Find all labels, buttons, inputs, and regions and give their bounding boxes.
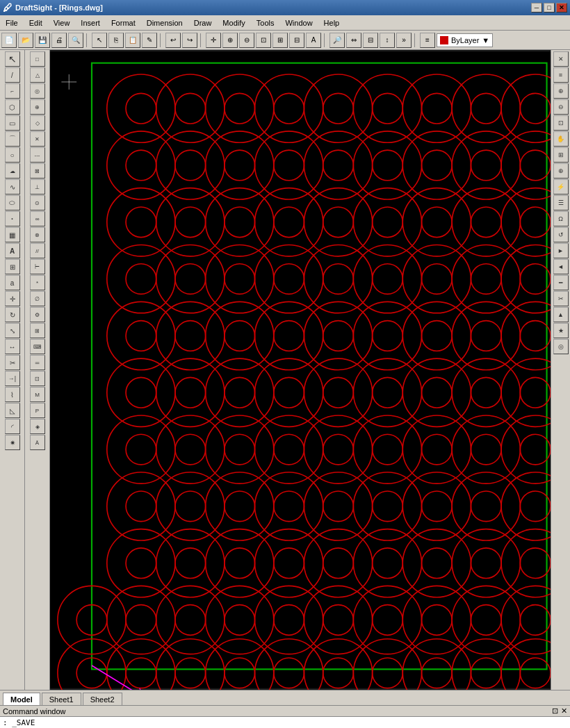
otrack[interactable]: ⊞ xyxy=(30,323,45,338)
more-tools[interactable]: » xyxy=(396,33,412,48)
rt-paint[interactable]: ▲ xyxy=(553,307,569,322)
hatch-tool[interactable]: ▦ xyxy=(5,227,20,242)
annotation-scale[interactable]: Ā xyxy=(30,435,45,450)
snap-app-int[interactable]: ⊗ xyxy=(30,227,45,242)
snap-node[interactable]: ⊕ xyxy=(30,99,45,115)
snap-ext[interactable]: --- xyxy=(30,147,45,163)
snap-settings-btn[interactable]: ⚙ xyxy=(30,307,45,322)
tab-sheet2[interactable]: Sheet2 xyxy=(83,693,122,705)
menu-item-format[interactable]: Format xyxy=(106,17,141,28)
line-tool[interactable]: / xyxy=(5,67,20,83)
zoom-scale[interactable]: ⇔ xyxy=(346,33,361,48)
cmdwin-float[interactable]: ⊡ xyxy=(552,706,558,715)
ellipse-tool[interactable]: ⬭ xyxy=(5,195,20,210)
zoom-prev-button[interactable]: ⊟ xyxy=(289,33,304,48)
snap-endpoint[interactable]: □ xyxy=(30,51,45,67)
rt-layer[interactable]: ⚡ xyxy=(553,179,569,195)
stretch-tool[interactable]: ↔ xyxy=(5,339,20,354)
cmdwin-close[interactable]: ✕ xyxy=(561,706,567,715)
drawing-canvas[interactable] xyxy=(50,50,551,690)
dyn-input[interactable]: ⌨ xyxy=(30,339,45,354)
snap-insert[interactable]: ⊠ xyxy=(30,163,45,179)
menu-item-tools[interactable]: Tools xyxy=(251,17,280,28)
zoom-out-button[interactable]: ⊖ xyxy=(239,33,254,48)
copy-button[interactable]: ⎘ xyxy=(108,33,124,48)
rt-grid[interactable]: ⊞ xyxy=(553,147,569,163)
rt-arrow-left[interactable]: ◄ xyxy=(553,259,569,274)
matchprop-button[interactable]: ✎ xyxy=(142,33,157,48)
erase-btn[interactable]: ✕ xyxy=(553,51,569,67)
attribute-tool[interactable]: a xyxy=(5,275,20,290)
menu-item-file[interactable]: File xyxy=(0,17,24,28)
rt-calc[interactable]: Ω xyxy=(553,211,569,226)
menu-item-dimension[interactable]: Dimension xyxy=(141,17,188,28)
layer-dropdown[interactable]: ByLayer ▼ xyxy=(437,33,493,47)
circle-tool[interactable]: ○ xyxy=(5,147,20,163)
properties-btn[interactable]: ≡ xyxy=(553,67,569,83)
rt-zoom-out[interactable]: ⊖ xyxy=(553,99,569,115)
rt-ruler[interactable]: ━ xyxy=(553,275,569,290)
zoom-realtime[interactable]: 🔎 xyxy=(329,33,345,48)
rt-star[interactable]: ★ xyxy=(553,323,569,338)
pan-button[interactable]: ✛ xyxy=(206,33,221,48)
rt-pan[interactable]: ✋ xyxy=(553,131,569,147)
rt-snap[interactable]: ⊕ xyxy=(553,163,569,179)
rt-scissors[interactable]: ✂ xyxy=(553,291,569,306)
chamfer-tool[interactable]: ◺ xyxy=(5,403,20,418)
snap-tan[interactable]: ⊙ xyxy=(30,195,45,210)
break-tool[interactable]: ⌇ xyxy=(5,387,20,402)
maximize-button[interactable]: □ xyxy=(544,3,555,13)
rt-zoom-fit[interactable]: ⊡ xyxy=(553,115,569,131)
zoom-fit-button[interactable]: ⊡ xyxy=(256,33,271,48)
command-input-area[interactable]: : _SAVE : xyxy=(0,717,570,728)
snap-midpoint[interactable]: △ xyxy=(30,67,45,83)
close-button[interactable]: ✕ xyxy=(556,3,567,13)
snap-none[interactable]: ∅ xyxy=(30,291,45,306)
minimize-button[interactable]: ─ xyxy=(531,3,542,13)
undo-button[interactable]: ↩ xyxy=(165,33,181,48)
zoom-pg[interactable]: ↕ xyxy=(380,33,395,48)
rt-zoom-in[interactable]: ⊕ xyxy=(553,83,569,99)
menu-item-help[interactable]: Help xyxy=(318,17,345,28)
paper-space[interactable]: P xyxy=(30,403,45,418)
polygon-tool[interactable]: ⬡ xyxy=(5,99,20,115)
rt-circle[interactable]: ◎ xyxy=(553,339,569,354)
insert-block-tool[interactable]: ⊞ xyxy=(5,259,20,274)
open-button[interactable]: 📂 xyxy=(18,33,33,48)
text-button[interactable]: A xyxy=(306,33,321,48)
snap-all[interactable]: * xyxy=(30,275,45,290)
rt-arrow-right[interactable]: ► xyxy=(553,243,569,258)
move-tool[interactable]: ✛ xyxy=(5,291,20,306)
snap-par[interactable]: // xyxy=(30,243,45,258)
menu-item-insert[interactable]: Insert xyxy=(75,17,106,28)
select-tool[interactable]: ↖ xyxy=(5,51,20,67)
zoom-button[interactable]: 🔍 xyxy=(68,33,83,48)
print-button[interactable]: 🖨 xyxy=(51,33,67,48)
new-button[interactable]: 📄 xyxy=(1,33,17,48)
menu-item-draw[interactable]: Draw xyxy=(188,17,218,28)
select-button[interactable]: ↖ xyxy=(92,33,107,48)
arc-tool[interactable]: ⌒ xyxy=(5,131,20,147)
polyline-tool[interactable]: ⌐ xyxy=(5,83,20,99)
explode-tool[interactable]: ✷ xyxy=(5,435,20,450)
snap-perp[interactable]: ⊥ xyxy=(30,179,45,195)
rt-refresh[interactable]: ↺ xyxy=(553,227,569,242)
snap-quad[interactable]: ◇ xyxy=(30,115,45,131)
extend-tool[interactable]: →| xyxy=(5,371,20,386)
menu-item-view[interactable]: View xyxy=(48,17,76,28)
redo-button[interactable]: ↪ xyxy=(182,33,197,48)
layer-btn[interactable]: ≡ xyxy=(420,33,435,48)
paste-button[interactable]: 📋 xyxy=(125,33,140,48)
snap-near[interactable]: ∞ xyxy=(30,211,45,226)
snap-from[interactable]: ⊢ xyxy=(30,259,45,274)
tab-sheet1[interactable]: Sheet1 xyxy=(42,693,81,705)
save-button[interactable]: 💾 xyxy=(35,33,50,48)
zoom-in-button[interactable]: ⊕ xyxy=(222,33,238,48)
lweight[interactable]: ═ xyxy=(30,355,45,370)
menu-item-modify[interactable]: Modify xyxy=(217,17,250,28)
rotate-tool[interactable]: ↻ xyxy=(5,307,20,322)
model-space[interactable]: M xyxy=(30,387,45,402)
text-tool[interactable]: A xyxy=(5,243,20,258)
xref[interactable]: ⊡ xyxy=(30,371,45,386)
trim-tool[interactable]: ✂ xyxy=(5,355,20,370)
